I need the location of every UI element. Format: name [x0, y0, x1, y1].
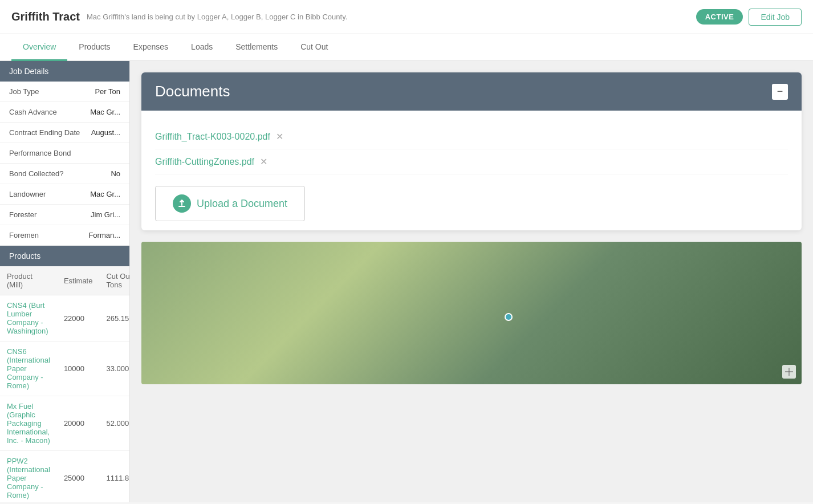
estimate-1: 10000: [57, 342, 100, 396]
status-badge: ACTIVE: [696, 9, 743, 25]
document-link-0[interactable]: Griffith_Tract-K003-0020.pdf: [155, 132, 270, 142]
tab-products[interactable]: Products: [67, 34, 121, 61]
product-name-2[interactable]: Mx Fuel (Graphic Packaging International…: [0, 396, 57, 451]
map-location-dot: [505, 313, 513, 321]
page-title: Griffith Tract: [11, 10, 80, 23]
forester-value: Jim Gri...: [91, 210, 120, 219]
estimate-2: 20000: [57, 396, 100, 451]
map-area: [141, 242, 802, 384]
cutout-tons-0: 265.156: [99, 295, 130, 342]
cash-advance-label: Cash Advance: [9, 108, 57, 116]
table-row: Mx Fuel (Graphic Packaging International…: [0, 396, 130, 451]
edit-job-button[interactable]: Edit Job: [749, 9, 802, 26]
page-subtitle: Mac Griffith's land is being cut by Logg…: [87, 13, 347, 21]
bond-collected-label: Bond Collected?: [9, 169, 63, 178]
cutout-tons-1: 33.000: [99, 342, 130, 396]
job-type-label: Job Type: [9, 87, 39, 96]
upload-document-button[interactable]: Upload a Document: [155, 186, 305, 221]
estimate-3: 25000: [57, 451, 100, 503]
header-left: Griffith Tract Mac Griffith's land is be…: [11, 10, 347, 23]
nav-tabs: Overview Products Expenses Loads Settlem…: [0, 34, 813, 61]
upload-label: Upload a Document: [197, 198, 287, 210]
map-placeholder: [141, 242, 802, 384]
upload-icon: [173, 194, 191, 213]
document-link-1[interactable]: Griffith-CuttingZones.pdf: [155, 157, 254, 167]
sidebar-row-cash-advance: Cash Advance Mac Gr...: [0, 102, 129, 123]
document-item-0: Griffith_Tract-K003-0020.pdf ✕: [155, 124, 788, 149]
documents-title: Documents: [155, 83, 230, 100]
document-close-1[interactable]: ✕: [260, 156, 267, 167]
landowner-label: Landowner: [9, 190, 46, 198]
sidebar-row-forester: Forester Jim Gri...: [0, 205, 129, 225]
main-layout: Job Details Job Type Per Ton Cash Advanc…: [0, 61, 813, 502]
table-row: PPW2 (International Paper Company - Rome…: [0, 451, 130, 503]
sidebar-row-bond-collected: Bond Collected? No: [0, 164, 129, 184]
cutout-tons-3: 1111.826: [99, 451, 130, 503]
contract-ending-value: August...: [91, 128, 120, 137]
cash-advance-value: Mac Gr...: [90, 108, 120, 116]
job-details-header: Job Details: [0, 61, 129, 82]
col-product: Product (Mill): [0, 266, 57, 295]
col-cutout-tons: Cut Out Tons: [99, 266, 130, 295]
products-section: Product (Mill) Estimate Cut Out Tons Pro…: [0, 266, 129, 502]
sidebar-row-foremen: Foremen Forman...: [0, 225, 129, 246]
top-header: Griffith Tract Mac Griffith's land is be…: [0, 0, 813, 34]
forester-label: Forester: [9, 210, 36, 219]
document-item-1: Griffith-CuttingZones.pdf ✕: [155, 149, 788, 174]
table-row: CNS4 (Burt Lumber Company - Washington) …: [0, 295, 130, 342]
bond-collected-value: No: [111, 169, 120, 178]
documents-header: Documents −: [141, 72, 802, 111]
foremen-label: Foremen: [9, 231, 39, 239]
sidebar-row-contract-ending: Contract Ending Date August...: [0, 123, 129, 143]
documents-body: Griffith_Tract-K003-0020.pdf ✕ Griffith-…: [141, 111, 802, 230]
job-type-value: Per Ton: [95, 87, 120, 96]
estimate-0: 22000: [57, 295, 100, 342]
sidebar-row-landowner: Landowner Mac Gr...: [0, 184, 129, 205]
landowner-value: Mac Gr...: [90, 190, 120, 198]
table-row: CNS6 (International Paper Company - Rome…: [0, 342, 130, 396]
tab-expenses[interactable]: Expenses: [122, 34, 180, 61]
map-compass-icon: [782, 365, 796, 379]
document-close-0[interactable]: ✕: [276, 131, 283, 142]
contract-ending-label: Contract Ending Date: [9, 128, 80, 137]
tab-overview[interactable]: Overview: [11, 34, 67, 61]
content-area: Documents − Griffith_Tract-K003-0020.pdf…: [130, 61, 813, 502]
header-right: ACTIVE Edit Job: [696, 9, 802, 26]
tab-cut-out[interactable]: Cut Out: [289, 34, 339, 61]
products-table: Product (Mill) Estimate Cut Out Tons Pro…: [0, 266, 130, 502]
tab-settlements[interactable]: Settlements: [224, 34, 289, 61]
collapse-button[interactable]: −: [772, 84, 788, 100]
product-name-3[interactable]: PPW2 (International Paper Company - Rome…: [0, 451, 57, 503]
product-name-1[interactable]: CNS6 (International Paper Company - Rome…: [0, 342, 57, 396]
sidebar-row-performance-bond: Performance Bond: [0, 143, 129, 164]
documents-panel: Documents − Griffith_Tract-K003-0020.pdf…: [141, 72, 802, 230]
sidebar-row-job-type: Job Type Per Ton: [0, 82, 129, 102]
foremen-value: Forman...: [88, 231, 120, 239]
products-section-header: Products: [0, 246, 129, 266]
product-name-0[interactable]: CNS4 (Burt Lumber Company - Washington): [0, 295, 57, 342]
performance-bond-label: Performance Bond: [9, 149, 71, 157]
cutout-tons-2: 52.000: [99, 396, 130, 451]
tab-loads[interactable]: Loads: [180, 34, 224, 61]
sidebar: Job Details Job Type Per Ton Cash Advanc…: [0, 61, 130, 502]
col-estimate: Estimate: [57, 266, 100, 295]
